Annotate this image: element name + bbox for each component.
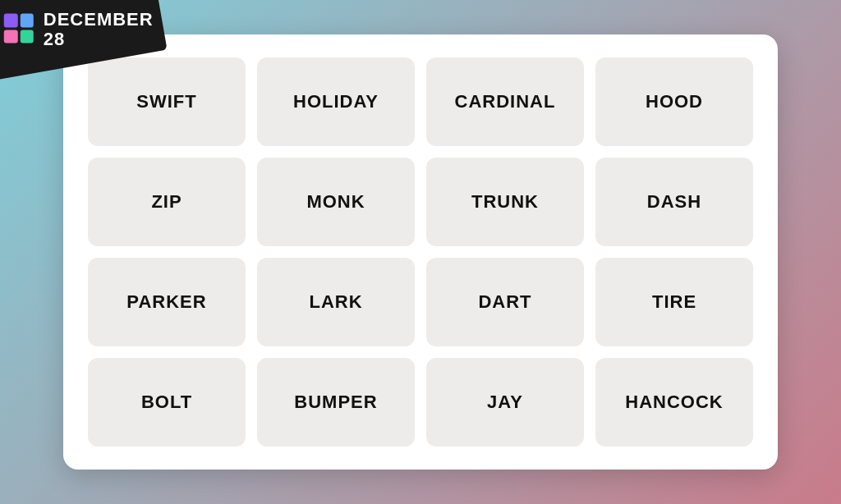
icon-sq-pink xyxy=(4,30,18,44)
cell-label-cardinal: CARDINAL xyxy=(455,91,556,112)
grid-cell-monk[interactable]: MONK xyxy=(257,158,415,246)
date-label: DECEMBER 28 xyxy=(44,9,154,48)
cell-label-dart: DART xyxy=(478,291,531,313)
main-card: SWIFTHOLIDAYCARDINALHOODZIPMONKTRUNKDASH… xyxy=(63,34,778,470)
grid-cell-hancock[interactable]: HANCOCK xyxy=(595,358,753,447)
word-grid: SWIFTHOLIDAYCARDINALHOODZIPMONKTRUNKDASH… xyxy=(88,57,753,447)
icon-sq-purple xyxy=(4,14,18,28)
cell-label-lark: LARK xyxy=(309,291,362,313)
cell-label-parker: PARKER xyxy=(126,291,206,313)
cell-label-monk: MONK xyxy=(306,191,365,213)
grid-cell-hood[interactable]: HOOD xyxy=(595,57,753,146)
cell-label-hood: HOOD xyxy=(646,91,703,112)
cell-label-swift: SWIFT xyxy=(136,91,196,112)
grid-cell-lark[interactable]: LARK xyxy=(257,258,415,346)
grid-cell-dart[interactable]: DART xyxy=(426,258,584,346)
cell-label-tire: TIRE xyxy=(652,291,696,313)
grid-cell-bumper[interactable]: BUMPER xyxy=(257,358,415,447)
cell-label-holiday: HOLIDAY xyxy=(293,91,379,112)
cell-label-bolt: BOLT xyxy=(141,392,192,413)
icon-sq-blue xyxy=(20,14,34,28)
grid-cell-jay[interactable]: JAY xyxy=(426,358,584,447)
grid-cell-dash[interactable]: DASH xyxy=(595,158,753,246)
cell-label-hancock: HANCOCK xyxy=(625,392,723,413)
grid-cell-tire[interactable]: TIRE xyxy=(595,258,753,346)
grid-cell-cardinal[interactable]: CARDINAL xyxy=(426,57,584,146)
grid-cell-bolt[interactable]: BOLT xyxy=(88,358,246,447)
cell-label-trunk: TRUNK xyxy=(471,191,539,213)
grid-cell-swift[interactable]: SWIFT xyxy=(88,57,246,146)
app-icon xyxy=(4,14,35,45)
grid-cell-holiday[interactable]: HOLIDAY xyxy=(257,57,415,146)
grid-cell-parker[interactable]: PARKER xyxy=(88,258,246,346)
icon-sq-green xyxy=(20,30,34,44)
cell-label-jay: JAY xyxy=(487,392,523,413)
grid-cell-trunk[interactable]: TRUNK xyxy=(426,158,584,246)
cell-label-bumper: BUMPER xyxy=(294,392,377,413)
cell-label-zip: ZIP xyxy=(151,191,182,213)
grid-cell-zip[interactable]: ZIP xyxy=(88,158,246,246)
cell-label-dash: DASH xyxy=(647,191,701,213)
